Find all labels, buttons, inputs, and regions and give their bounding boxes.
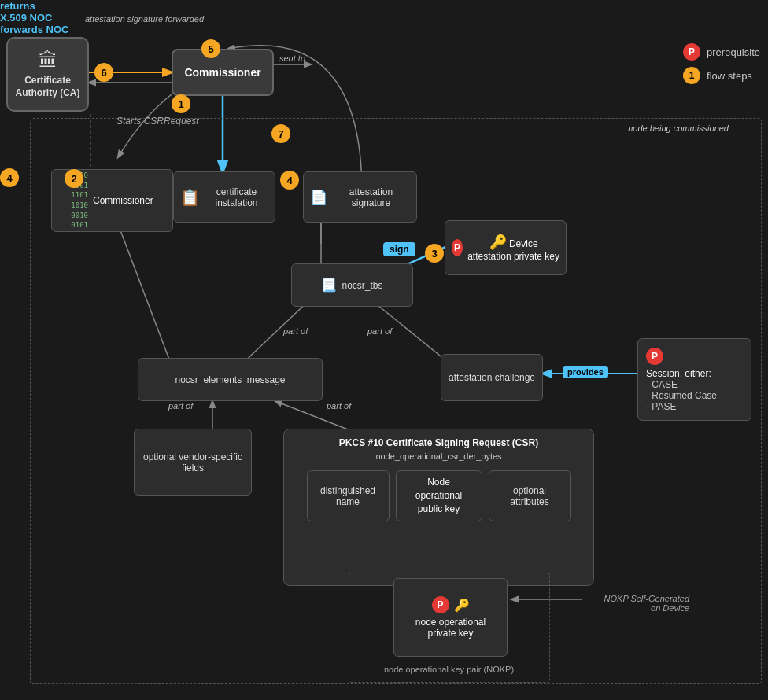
doc-icon: 📃 — [321, 278, 337, 293]
optional-attributes-box: optional attributes — [489, 470, 571, 521]
step-2-badge: 2 — [65, 169, 83, 188]
privkey-prereq-badge: P — [432, 596, 449, 613]
attestation-sig-fwd-label: attestation signature forwarded — [85, 14, 204, 24]
cert-installation-box: 📋 certificate instalation — [173, 171, 275, 223]
starts-csr-label: Starts CSRRequest — [116, 116, 199, 127]
attestation-challenge-box: attestation challenge — [441, 354, 543, 401]
legend: P prerequisite 1 flow steps — [683, 43, 760, 84]
step-3-badge: 3 — [425, 244, 444, 263]
attestation-sig-box: 📄 attestation signature — [303, 171, 417, 223]
key-icon: 🔑 — [489, 234, 507, 250]
legend-flow: 1 flow steps — [683, 67, 760, 84]
ca-icon: 🏛 — [39, 50, 57, 72]
part-of-4: part of — [327, 401, 351, 411]
step-6-badge: 6 — [94, 63, 113, 82]
step-1-badge: 1 — [172, 94, 190, 113]
sent-to-label: sent to — [279, 53, 305, 63]
step-4-badge: 4 — [0, 168, 19, 187]
attestation-icon: 📄 — [310, 189, 327, 206]
legend-prereq: P prerequisite — [683, 43, 760, 61]
cert-icon: 📋 — [180, 188, 200, 207]
csr-box: PKCS #10 Certificate Signing Request (CS… — [283, 429, 594, 586]
forwards-noc-label: forwards NOC — [0, 24, 768, 35]
ca-node: 🏛 Certificate Authority (CA) — [6, 37, 89, 112]
step-7-badge: 7 — [271, 124, 290, 143]
legend-prereq-badge: P — [683, 43, 700, 61]
device-attestation-box: P 🔑 Device attestation private key — [445, 220, 567, 275]
session-prereq-badge: P — [646, 348, 663, 365]
session-box: P Session, either: - CASE - Resumed Case… — [637, 338, 751, 421]
legend-flow-badge: 1 — [683, 67, 700, 84]
csr-subtitle: node_operational_csr_der_bytes — [292, 451, 585, 461]
optional-vendor-box: optional vendor-specific fields — [134, 429, 252, 496]
key-pair-region — [349, 573, 550, 683]
nocsr-elements-box: nocsr_elements_message — [138, 358, 323, 401]
provides-label: provides — [563, 364, 608, 378]
ca-title: Certificate Authority (CA) — [8, 75, 87, 99]
region-label: node being commissioned — [628, 123, 729, 133]
step-5-badge: 5 — [201, 39, 220, 58]
sign-label: sign — [383, 241, 415, 256]
csr-title: PKCS #10 Certificate Signing Request (CS… — [292, 437, 585, 448]
distinguished-name-box: distinguished name — [307, 470, 390, 521]
nokp-label: NOKP Self-Generated on Device — [595, 594, 689, 613]
part-of-1: part of — [283, 326, 308, 336]
part-of-2: part of — [367, 326, 392, 336]
step-4-badge2: 4 — [280, 171, 299, 190]
node-op-pubkey-box: Node operational public key — [396, 470, 482, 521]
commissioner-node: Commissioner — [172, 49, 274, 96]
nocsr-tbs-box: 📃 nocsr_tbs — [291, 263, 413, 307]
part-of-3: part of — [168, 401, 193, 411]
diagram: node being commissioned 🏛 Certificate Au… — [0, 0, 768, 700]
device-prereq-badge: P — [452, 239, 463, 256]
